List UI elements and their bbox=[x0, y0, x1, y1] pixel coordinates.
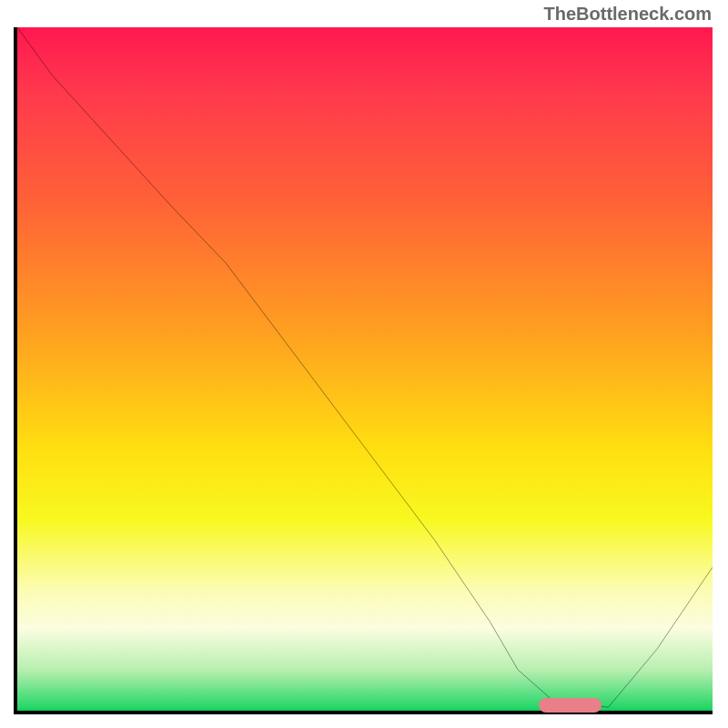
plot-area bbox=[14, 27, 713, 714]
optimal-range-marker bbox=[539, 698, 602, 713]
bottleneck-curve bbox=[17, 27, 713, 711]
watermark-text: TheBottleneck.com bbox=[544, 4, 712, 25]
